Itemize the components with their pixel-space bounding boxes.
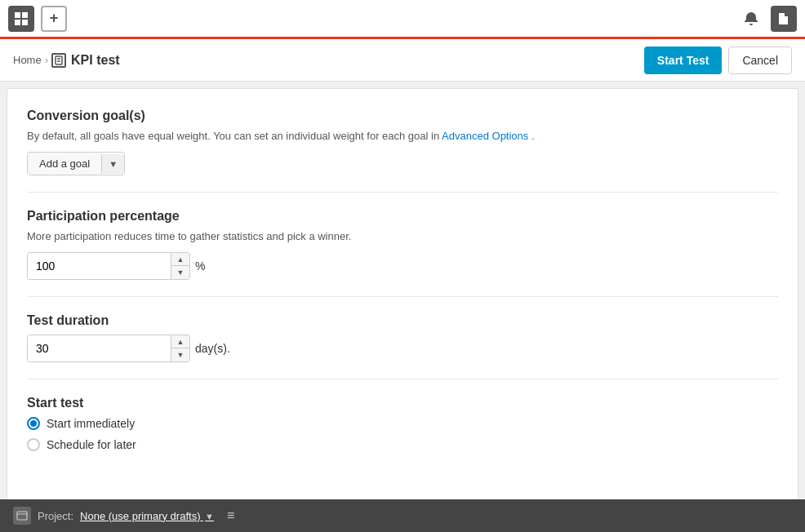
conversion-goals-title: Conversion goal(s) <box>27 109 778 123</box>
conversion-goals-section: Conversion goal(s) By default, all goals… <box>27 109 778 175</box>
radio-option-immediately[interactable]: Start immediately <box>27 417 778 430</box>
app-icon[interactable] <box>8 6 34 32</box>
divider-1 <box>27 192 778 193</box>
participation-title: Participation percentage <box>27 209 778 224</box>
radio-later-outer <box>27 438 40 451</box>
add-tab-button[interactable]: + <box>41 6 67 32</box>
svg-rect-4 <box>56 56 62 64</box>
start-test-title: Start test <box>27 396 778 410</box>
bottom-menu-icon[interactable]: ≡ <box>227 508 234 523</box>
page-title: KPI test <box>71 53 120 68</box>
radio-immediately-label: Start immediately <box>47 417 135 430</box>
svg-rect-1 <box>22 12 28 18</box>
add-goal-button[interactable]: Add a goal ▼ <box>27 152 125 175</box>
svg-rect-3 <box>22 20 28 25</box>
top-bar: + <box>0 0 805 39</box>
participation-input[interactable] <box>28 253 171 279</box>
cancel-button[interactable]: Cancel <box>728 47 792 74</box>
participation-spinner: ▲ ▼ <box>27 252 190 280</box>
test-duration-section: Test duration ▲ ▼ day(s). <box>27 313 778 362</box>
divider-3 <box>27 379 778 379</box>
svg-rect-2 <box>15 20 20 25</box>
action-buttons: Start Test Cancel <box>644 47 792 74</box>
bottom-bar: Project: None (use primary drafts) ▼ ≡ <box>0 499 805 532</box>
participation-section: Participation percentage More participat… <box>27 209 778 280</box>
test-duration-spinner: ▲ ▼ <box>27 335 190 362</box>
project-link[interactable]: None (use primary drafts) ▼ <box>80 510 214 522</box>
test-duration-input-wrap: ▲ ▼ day(s). <box>27 335 778 362</box>
project-label: Project: <box>38 510 73 522</box>
test-duration-decrement-button[interactable]: ▼ <box>171 348 189 361</box>
conversion-goals-desc: By default, all goals have equal weight.… <box>27 130 778 142</box>
breadcrumb-current: KPI test <box>51 53 120 68</box>
radio-option-later[interactable]: Schedule for later <box>27 438 778 451</box>
add-goal-dropdown-button[interactable]: ▼ <box>101 154 124 174</box>
svg-rect-7 <box>17 512 27 520</box>
test-duration-title: Test duration <box>27 313 778 328</box>
participation-decrement-button[interactable]: ▼ <box>171 266 189 279</box>
test-duration-spinner-buttons: ▲ ▼ <box>171 335 189 361</box>
start-test-radio-group: Start immediately Schedule for later <box>27 417 778 451</box>
participation-input-wrap: ▲ ▼ % <box>27 252 778 280</box>
main-content: Conversion goal(s) By default, all goals… <box>7 88 798 499</box>
breadcrumb-home[interactable]: Home <box>13 54 42 66</box>
notification-icon[interactable] <box>738 6 764 32</box>
divider-2 <box>27 296 778 297</box>
radio-immediately-outer <box>27 417 40 430</box>
participation-desc: More participation reduces time to gathe… <box>27 230 778 242</box>
participation-increment-button[interactable]: ▲ <box>171 253 189 266</box>
start-test-section: Start test Start immediately Schedule fo… <box>27 396 778 451</box>
radio-later-label: Schedule for later <box>47 438 136 451</box>
test-duration-input[interactable] <box>28 335 171 361</box>
action-bar: Home › KPI test Start Test Cancel <box>0 39 805 82</box>
test-duration-unit: day(s). <box>195 342 230 355</box>
page-icon <box>51 53 66 68</box>
add-goal-main-button[interactable]: Add a goal <box>28 153 101 175</box>
participation-unit: % <box>195 259 205 273</box>
test-duration-increment-button[interactable]: ▲ <box>171 335 189 348</box>
files-icon[interactable] <box>771 6 797 32</box>
breadcrumb-separator: › <box>45 54 48 66</box>
project-dropdown-arrow: ▼ <box>205 512 214 521</box>
advanced-options-link[interactable]: Advanced Options <box>442 130 528 142</box>
breadcrumb: Home › KPI test <box>13 53 644 68</box>
start-test-button[interactable]: Start Test <box>644 47 723 74</box>
project-icon <box>13 507 31 525</box>
radio-immediately-inner <box>30 420 37 427</box>
svg-rect-0 <box>15 12 20 18</box>
participation-spinner-buttons: ▲ ▼ <box>171 253 189 279</box>
